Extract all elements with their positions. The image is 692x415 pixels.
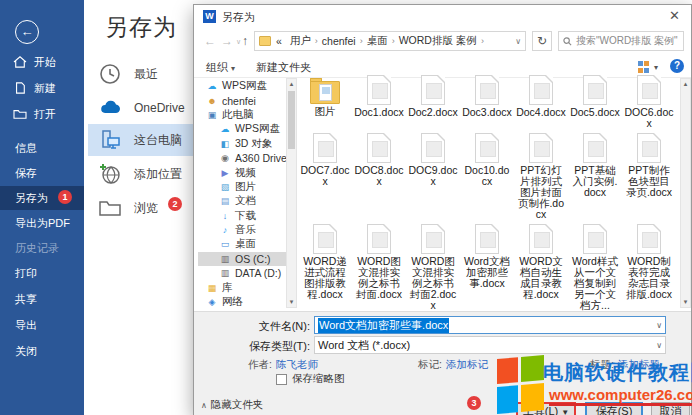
sidebar-item-new[interactable]: 新建 bbox=[0, 76, 84, 100]
file-item[interactable]: PPT幻灯片排列式图片封面页制作.docx bbox=[514, 129, 568, 220]
tree-item-label: 视频 bbox=[235, 166, 256, 180]
nav-back-icon[interactable]: ← bbox=[204, 34, 216, 48]
breadcrumb-segment[interactable]: 桌面 bbox=[367, 34, 388, 48]
organize-button[interactable]: 组织 ▾ bbox=[206, 60, 235, 75]
tree-item-this-pc[interactable]: ▣此电脑 bbox=[198, 108, 286, 122]
tree-item-wps-cloud[interactable]: ☁WPS网盘 bbox=[198, 122, 286, 136]
file-item[interactable]: WORD文档自动生成目录教程.docx bbox=[514, 220, 568, 311]
sidebar-item-label: 导出 bbox=[15, 318, 37, 333]
back-button[interactable]: ← bbox=[15, 20, 39, 44]
file-item[interactable]: DOC6.docx bbox=[622, 71, 676, 129]
hide-folders-button[interactable]: ∧隐藏文件夹 bbox=[201, 398, 263, 412]
place-onedrive[interactable]: OneDrive bbox=[88, 92, 193, 124]
add-tags-link[interactable]: 添加标记 bbox=[446, 358, 488, 372]
sidebar-item-label: 共享 bbox=[15, 292, 37, 307]
file-item[interactable]: Doc5.docx bbox=[568, 71, 622, 129]
file-item[interactable]: Doc4.docx bbox=[514, 71, 568, 129]
tree-item-videos[interactable]: ▶视频 bbox=[198, 165, 286, 179]
docx-file-icon bbox=[583, 75, 607, 105]
filetype-select[interactable]: Word 文档 (*.docx) ∨ bbox=[314, 336, 666, 354]
file-item[interactable]: Doc3.docx bbox=[460, 71, 514, 129]
place-this-pc[interactable]: 这台电脑 bbox=[88, 124, 197, 156]
sidebar-item-home[interactable]: 开始 bbox=[0, 50, 84, 74]
file-item[interactable]: PPT基础入门实例.docx bbox=[568, 129, 622, 220]
tree-scrollbar[interactable]: ▴▾ bbox=[286, 78, 297, 308]
search-input[interactable]: 搜索"WORD排版 案例" bbox=[558, 31, 684, 51]
file-list-scrollbar[interactable]: ▴▾ bbox=[680, 78, 691, 308]
file-item[interactable]: WORD图文混排实例之标书封面2.docx bbox=[406, 220, 460, 311]
file-item[interactable]: WORD递进式流程图排版教程.docx bbox=[298, 220, 352, 311]
tree-item-network[interactable]: ◈网络 bbox=[198, 295, 286, 308]
nav-history-chevron-icon[interactable]: ∨ bbox=[236, 38, 241, 46]
dialog-title: 另存为 bbox=[222, 10, 255, 25]
file-item[interactable]: WORD图文混排实例之标书封面.docx bbox=[352, 220, 406, 311]
sidebar-item-export-pdf[interactable]: 导出为PDF bbox=[0, 211, 84, 235]
sidebar-item-save[interactable]: 保存 bbox=[0, 161, 84, 185]
file-item[interactable]: Doc1.docx bbox=[352, 71, 406, 129]
tree-item-desktop[interactable]: ▭桌面 bbox=[198, 237, 286, 251]
sidebar-item-history: 历史记录 bbox=[0, 236, 84, 260]
address-bar[interactable]: « 用户 › chenfei › 桌面 › WORD排版 案例 › ∨ bbox=[254, 31, 526, 51]
tree-item-os-c[interactable]: ▥OS (C:) bbox=[198, 252, 286, 266]
cloud-icon: ☁ bbox=[219, 124, 231, 134]
nav-up-icon[interactable]: ↑ bbox=[242, 34, 248, 48]
tree-item-music[interactable]: ♪音乐 bbox=[198, 223, 286, 237]
docx-file-icon bbox=[421, 224, 445, 254]
docx-file-icon bbox=[421, 75, 445, 105]
scroll-up-icon[interactable]: ▴ bbox=[287, 80, 296, 88]
sidebar-item-open[interactable]: 打开 bbox=[0, 102, 84, 126]
file-item[interactable]: 图片 bbox=[298, 71, 352, 129]
tree-item-data-d[interactable]: ▥DATA (D:) bbox=[198, 266, 286, 280]
scroll-up-icon[interactable]: ▴ bbox=[681, 80, 690, 88]
chevron-down-icon[interactable]: ∨ bbox=[656, 341, 662, 350]
breadcrumb-segment[interactable]: WORD排版 案例 bbox=[399, 34, 477, 48]
save-thumbnail-checkbox[interactable] bbox=[276, 374, 287, 385]
place-label: 最近 bbox=[134, 66, 158, 83]
tree-item-wps-cloud[interactable]: ☁WPS网盘 bbox=[198, 79, 286, 93]
file-item[interactable]: Doc10.docx bbox=[460, 129, 514, 220]
file-item[interactable]: DOC8.docx bbox=[352, 129, 406, 220]
file-name: Doc3.docx bbox=[460, 107, 514, 118]
author-link[interactable]: 陈飞老师 bbox=[276, 358, 318, 372]
close-icon[interactable]: ✕ bbox=[669, 8, 680, 23]
chevron-down-icon[interactable]: ∨ bbox=[656, 321, 662, 330]
refresh-button[interactable]: ↻ bbox=[532, 31, 552, 51]
filename-input[interactable]: Word文档加密那些事.docx ∨ bbox=[314, 316, 666, 334]
file-item[interactable]: PPT制作色块型目录页.docx bbox=[622, 129, 676, 220]
file-name: WORD制表符完成杂志目录排版.docx bbox=[622, 256, 676, 300]
chevron-down-icon[interactable]: ∨ bbox=[515, 37, 521, 46]
sidebar-item-info[interactable]: 信息 bbox=[0, 136, 84, 160]
scrollbar-thumb[interactable] bbox=[288, 91, 295, 149]
breadcrumb-segment[interactable]: chenfei bbox=[322, 35, 356, 47]
tree-item-downloads[interactable]: ↓下载 bbox=[198, 209, 286, 223]
file-name: DOC7.docx bbox=[298, 165, 352, 187]
file-item[interactable]: WORD制表符完成杂志目录排版.docx bbox=[622, 220, 676, 311]
tree-item-pictures[interactable]: ▧图片 bbox=[198, 180, 286, 194]
sidebar-item-close[interactable]: 关闭 bbox=[0, 339, 84, 363]
breadcrumb-segment[interactable]: 用户 bbox=[290, 34, 311, 48]
file-item[interactable]: DOC9.docx bbox=[406, 129, 460, 220]
docx-file-icon bbox=[475, 75, 499, 105]
file-item[interactable]: Doc2.docx bbox=[406, 71, 460, 129]
new-document-icon bbox=[13, 82, 27, 94]
tree-item-3d-objects[interactable]: ◧3D 对象 bbox=[198, 137, 286, 151]
sidebar-item-print[interactable]: 打印 bbox=[0, 261, 84, 285]
file-item[interactable]: DOC7.docx bbox=[298, 129, 352, 220]
tree-item-user[interactable]: ☻chenfei bbox=[198, 93, 286, 107]
file-name: WORD图文混排实例之标书封面2.docx bbox=[406, 256, 460, 311]
docx-file-icon bbox=[367, 75, 391, 105]
file-item[interactable]: Word文档加密那些事.docx bbox=[460, 220, 514, 311]
place-add-location[interactable]: 添加位置 bbox=[88, 158, 193, 190]
sidebar-item-label: 信息 bbox=[15, 141, 37, 156]
file-name: Doc10.docx bbox=[460, 165, 514, 187]
tree-item-a360-drive[interactable]: ◉A360 Drive bbox=[198, 151, 286, 165]
sidebar-item-export[interactable]: 导出 bbox=[0, 313, 84, 337]
tree-item-documents[interactable]: ▤文档 bbox=[198, 194, 286, 208]
place-recent[interactable]: 最近 bbox=[88, 58, 193, 90]
nav-forward-icon[interactable]: → bbox=[221, 34, 233, 48]
tree-item-libraries[interactable]: ▦库 bbox=[198, 280, 286, 294]
file-item[interactable]: Word样式从一个文档复制到另一个文档方... bbox=[568, 220, 622, 311]
scroll-down-icon[interactable]: ▾ bbox=[287, 298, 296, 306]
scroll-down-icon[interactable]: ▾ bbox=[681, 298, 690, 306]
sidebar-item-share[interactable]: 共享 bbox=[0, 287, 84, 311]
